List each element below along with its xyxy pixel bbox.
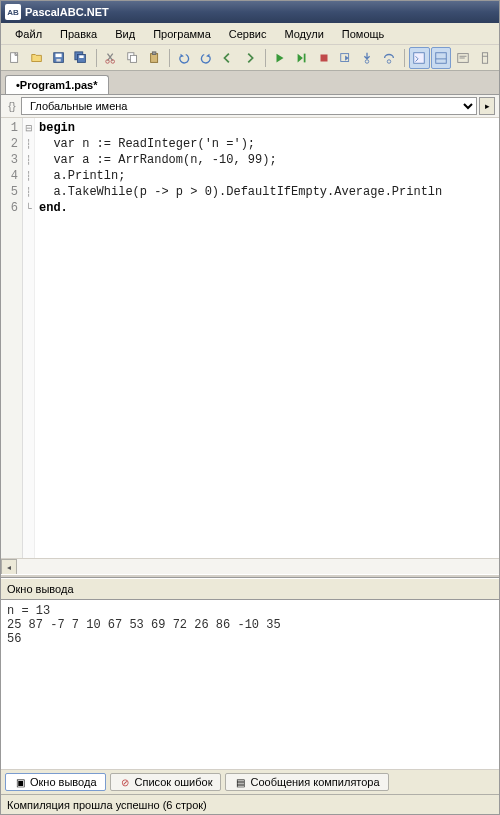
- title-bar: AB PascalABC.NET: [1, 1, 499, 23]
- paste-button[interactable]: [144, 47, 165, 69]
- svg-rect-13: [304, 53, 306, 62]
- toolbar-separator: [169, 49, 170, 67]
- svg-rect-2: [56, 53, 62, 57]
- tab-program1[interactable]: •Program1.pas*: [5, 75, 109, 94]
- status-text: Компиляция прошла успешно (6 строк): [7, 799, 207, 811]
- menu-edit[interactable]: Правка: [52, 26, 105, 42]
- menu-bar: Файл Правка Вид Программа Сервис Модули …: [1, 23, 499, 45]
- code-editor[interactable]: 1 2 3 4 5 6 ⊟ ┆ ┆ ┆ ┆ └ begin var n := R…: [1, 118, 499, 558]
- intellisense-button[interactable]: [452, 47, 473, 69]
- nav-back-button[interactable]: [218, 47, 239, 69]
- menu-modules[interactable]: Модули: [276, 26, 331, 42]
- step-over-button[interactable]: [379, 47, 400, 69]
- run-button[interactable]: [269, 47, 290, 69]
- cut-button[interactable]: [100, 47, 121, 69]
- window-title: PascalABC.NET: [25, 6, 109, 18]
- options-button[interactable]: [474, 47, 495, 69]
- menu-service[interactable]: Сервис: [221, 26, 275, 42]
- toolbar: [1, 45, 499, 71]
- status-bar: Компиляция прошла успешно (6 строк): [1, 794, 499, 814]
- svg-rect-19: [436, 52, 447, 63]
- svg-rect-6: [79, 55, 83, 58]
- scope-bar: {} Глобальные имена ▸: [1, 95, 499, 118]
- toolbar-separator: [404, 49, 405, 67]
- btab-compiler[interactable]: ▤ Сообщения компилятора: [225, 773, 388, 791]
- step-button[interactable]: [335, 47, 356, 69]
- scope-nav-button[interactable]: ▸: [479, 97, 495, 115]
- svg-rect-10: [130, 55, 136, 62]
- toolbar-separator: [265, 49, 266, 67]
- bottom-tabs: ▣ Окно вывода ⊘ Список ошибок ▤ Сообщени…: [1, 769, 499, 794]
- menu-program[interactable]: Программа: [145, 26, 219, 42]
- editor-hscroll[interactable]: ◂: [1, 558, 499, 574]
- line-gutter: 1 2 3 4 5 6: [1, 118, 23, 558]
- scope-dropdown[interactable]: Глобальные имена: [21, 97, 477, 115]
- file-tabs: •Program1.pas*: [1, 71, 499, 95]
- btab-output[interactable]: ▣ Окно вывода: [5, 773, 106, 791]
- output-panel-label: Окно вывода: [1, 578, 499, 599]
- scroll-left-icon[interactable]: ◂: [1, 559, 17, 575]
- svg-point-17: [388, 59, 392, 63]
- svg-rect-12: [152, 51, 156, 54]
- save-all-button[interactable]: [71, 47, 92, 69]
- svg-point-16: [366, 59, 370, 63]
- svg-rect-14: [320, 54, 327, 61]
- undo-button[interactable]: [174, 47, 195, 69]
- save-button[interactable]: [49, 47, 70, 69]
- toolbar-separator: [96, 49, 97, 67]
- copy-button[interactable]: [122, 47, 143, 69]
- output-panel[interactable]: n = 13 25 87 -7 7 10 67 53 69 72 26 86 -…: [1, 599, 499, 769]
- nav-forward-button[interactable]: [240, 47, 261, 69]
- step-into-button[interactable]: [357, 47, 378, 69]
- scroll-track[interactable]: [17, 559, 499, 574]
- svg-rect-3: [57, 58, 61, 61]
- menu-file[interactable]: Файл: [7, 26, 50, 42]
- fold-gutter[interactable]: ⊟ ┆ ┆ ┆ ┆ └: [23, 118, 35, 558]
- redo-button[interactable]: [196, 47, 217, 69]
- run-no-debug-button[interactable]: [291, 47, 312, 69]
- menu-view[interactable]: Вид: [107, 26, 143, 42]
- app-icon: AB: [5, 4, 21, 20]
- menu-help[interactable]: Помощь: [334, 26, 393, 42]
- errors-icon: ⊘: [119, 776, 131, 788]
- toggle-panel-button[interactable]: [431, 47, 452, 69]
- new-file-button[interactable]: [5, 47, 26, 69]
- svg-rect-24: [482, 52, 487, 63]
- code-text[interactable]: begin var n := ReadInteger('n ='); var a…: [35, 118, 499, 558]
- scope-icon: {}: [5, 99, 19, 113]
- svg-rect-18: [414, 52, 425, 63]
- output-icon: ▣: [14, 776, 26, 788]
- toggle-output-button[interactable]: [409, 47, 430, 69]
- open-file-button[interactable]: [27, 47, 48, 69]
- stop-button[interactable]: [313, 47, 334, 69]
- btab-errors[interactable]: ⊘ Список ошибок: [110, 773, 222, 791]
- compiler-icon: ▤: [234, 776, 246, 788]
